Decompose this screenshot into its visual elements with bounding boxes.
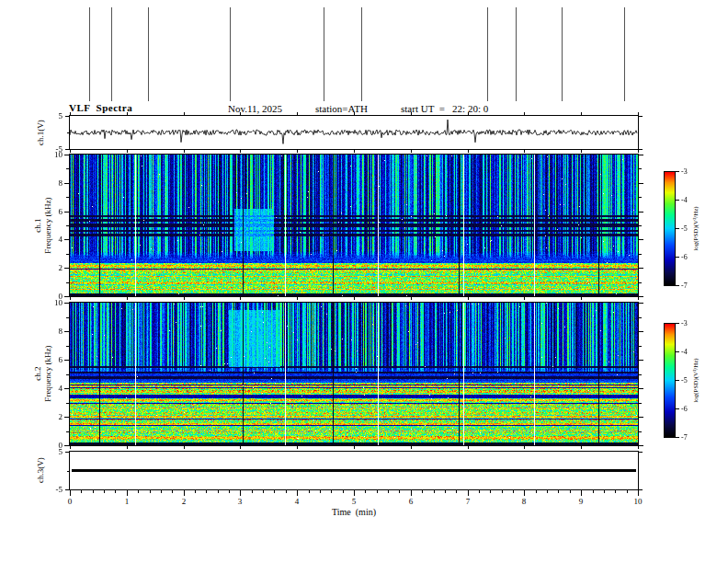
x-minor-tick xyxy=(104,490,105,493)
volt-tick xyxy=(639,489,643,490)
x-panel-tick xyxy=(240,297,241,300)
top-artifact-line xyxy=(324,7,324,101)
x-tick-label: 7 xyxy=(466,497,471,506)
freq-minor-tick xyxy=(66,374,69,375)
x-panel-tick xyxy=(638,446,639,449)
start-ut-label: start UT = 22: 20: 0 xyxy=(401,103,488,114)
freq-minor-tick xyxy=(66,431,69,432)
freq-minor-tick xyxy=(66,197,69,198)
ch2-axis-label-line1: ch.2 xyxy=(33,318,43,429)
x-minor-tick xyxy=(81,490,82,493)
colorbar-tick xyxy=(676,285,679,286)
ch3-waveform-canvas xyxy=(70,452,638,489)
x-panel-tick xyxy=(297,150,298,153)
ch2-spectrogram-canvas xyxy=(70,303,638,445)
x-minor-tick xyxy=(388,490,389,493)
freq-tick-label: 8 xyxy=(46,178,63,188)
x-top-tick xyxy=(240,112,241,115)
freq-major-tick xyxy=(64,445,69,446)
x-panel-tick xyxy=(184,446,185,449)
x-minor-tick xyxy=(218,490,219,493)
freq-major-tick xyxy=(64,360,69,361)
freq-major-tick xyxy=(64,331,69,332)
x-top-tick xyxy=(411,112,412,115)
freq-major-tick xyxy=(639,388,643,389)
x-major-tick xyxy=(127,490,128,496)
freq-major-tick xyxy=(64,155,69,155)
freq-tick-label: 10 xyxy=(46,298,63,307)
ch1-axis-label-line1: ch.1 xyxy=(33,170,43,281)
colorbar-tick-label: -5 xyxy=(681,376,688,385)
x-minor-tick xyxy=(570,490,571,493)
freq-minor-tick xyxy=(639,317,642,318)
x-panel-tick xyxy=(524,150,525,153)
x-tick-label: 4 xyxy=(295,497,300,506)
volt-minor-tick xyxy=(67,132,69,133)
colorbar-ch2-title: log(PSD)(V²/Hz) xyxy=(692,330,700,431)
x-minor-tick xyxy=(558,490,559,493)
x-panel-tick xyxy=(354,150,355,153)
station-label: station=ATH xyxy=(315,103,368,114)
colorbar-tick-label: -3 xyxy=(681,167,688,176)
x-minor-tick xyxy=(150,490,151,493)
x-panel-tick xyxy=(468,297,469,300)
freq-minor-tick xyxy=(639,374,642,375)
x-panel-tick xyxy=(297,446,298,449)
colorbar-tick-label: -4 xyxy=(681,196,688,204)
x-minor-tick xyxy=(93,490,94,493)
x-panel-tick xyxy=(127,297,128,300)
freq-major-tick xyxy=(639,296,643,297)
freq-major-tick xyxy=(639,212,643,213)
date-label: Nov.11, 2025 xyxy=(228,103,282,114)
x-minor-tick xyxy=(309,490,310,493)
x-top-tick xyxy=(638,112,639,115)
x-minor-tick xyxy=(195,490,196,493)
freq-minor-tick xyxy=(639,225,642,226)
x-major-tick xyxy=(184,490,185,496)
ch1-waveform-panel xyxy=(69,115,639,150)
x-panel-tick xyxy=(184,297,185,300)
freq-minor-tick xyxy=(639,403,642,404)
x-panel-tick xyxy=(468,446,469,449)
freq-minor-tick xyxy=(66,282,69,283)
freq-tick-label: 8 xyxy=(46,327,63,336)
x-minor-tick xyxy=(115,490,116,493)
x-minor-tick xyxy=(399,490,400,493)
x-minor-tick xyxy=(274,490,275,493)
colorbar-tick-label: -4 xyxy=(681,348,688,356)
x-minor-tick xyxy=(343,490,344,493)
ch3-waveform-panel xyxy=(69,451,639,490)
colorbar-ch2-canvas xyxy=(665,324,675,437)
freq-major-tick xyxy=(64,268,69,269)
x-panel-tick xyxy=(184,150,185,153)
ch2-spectrogram-panel xyxy=(69,302,639,446)
freq-minor-tick xyxy=(66,254,69,255)
x-major-tick xyxy=(524,490,525,496)
x-tick-label: 0 xyxy=(68,497,73,506)
freq-major-tick xyxy=(639,331,643,332)
top-artifact-line xyxy=(624,7,625,101)
freq-tick-label: 6 xyxy=(46,355,63,364)
x-top-tick xyxy=(70,112,71,115)
colorbar-tick-label: -7 xyxy=(681,282,688,290)
colorbar-ch1 xyxy=(664,171,676,286)
x-panel-tick xyxy=(354,297,355,300)
x-tick-label: 2 xyxy=(182,497,187,506)
x-tick-label: 9 xyxy=(579,497,584,506)
x-minor-tick xyxy=(331,490,332,493)
x-top-tick xyxy=(581,112,582,115)
freq-major-tick xyxy=(64,388,69,389)
colorbar-tick xyxy=(676,171,679,172)
top-artifact-line xyxy=(230,7,231,101)
freq-minor-tick xyxy=(66,225,69,226)
freq-tick-label: 6 xyxy=(46,207,63,216)
x-minor-tick xyxy=(422,490,423,493)
colorbar-tick xyxy=(676,380,679,381)
x-major-tick xyxy=(297,490,298,496)
volt-tick xyxy=(639,149,643,150)
x-panel-tick xyxy=(581,150,582,153)
x-top-tick xyxy=(524,112,525,115)
x-panel-tick xyxy=(354,446,355,449)
x-minor-tick xyxy=(445,490,446,493)
freq-major-tick xyxy=(639,155,643,155)
